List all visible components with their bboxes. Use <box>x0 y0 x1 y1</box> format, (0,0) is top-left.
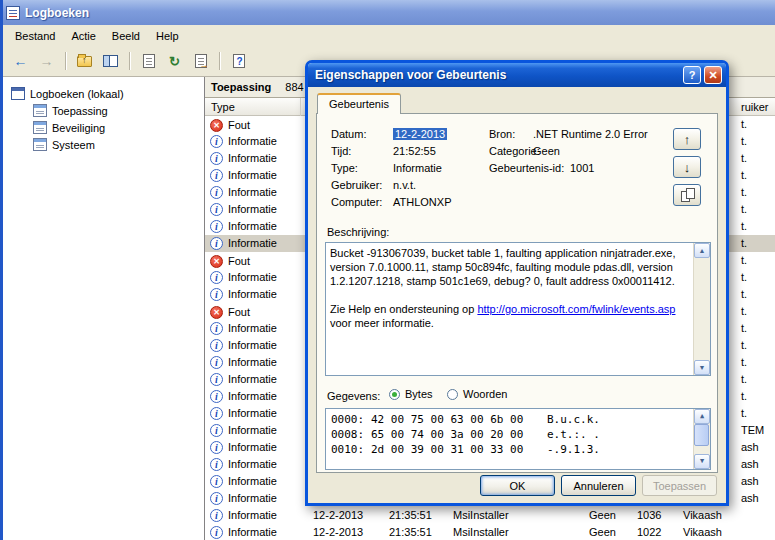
result-pane-log-name: Toepassing <box>211 81 271 93</box>
event-type: Informatie <box>228 524 277 540</box>
radio-bytes[interactable]: Bytes <box>389 388 433 400</box>
refresh-icon: ↻ <box>169 54 180 69</box>
column-header-type[interactable]: Type <box>205 98 301 116</box>
ok-button[interactable]: OK <box>480 475 555 496</box>
dialog-help-button[interactable]: ? <box>683 66 701 84</box>
tree-item-root[interactable]: Logboeken (lokaal) <box>3 85 204 102</box>
show-hide-tree-icon <box>103 55 118 67</box>
event-gebruiker-partial: ash <box>741 473 759 490</box>
scroll-down-glyph: ▼ <box>699 364 706 371</box>
menu-bestand[interactable]: Bestand <box>7 28 63 44</box>
error-icon: ✕ <box>210 255 223 268</box>
events-link[interactable]: http://go.microsoft.com/fwlink/events.as… <box>477 303 675 315</box>
event-gebruiker-partial: t. <box>741 184 747 201</box>
help-sentence-suffix: voor meer informatie. <box>330 317 434 329</box>
event-type: Informatie <box>228 320 277 337</box>
dialog-titlebar[interactable]: Eigenschappen voor Gebeurtenis ? ✕ <box>308 63 726 87</box>
tree-item-beveiliging[interactable]: Beveiliging <box>3 119 204 136</box>
information-icon: i <box>210 441 223 454</box>
up-level-button[interactable] <box>73 50 96 72</box>
tree-item-toepassing[interactable]: Toepassing <box>3 102 204 119</box>
hex-bytes: 42 00 75 00 63 00 6b 00 <box>371 412 533 427</box>
export-list-button[interactable] <box>189 50 212 72</box>
toepassen-button[interactable]: Toepassen <box>642 475 717 496</box>
type-cell: iInformatie <box>205 269 277 286</box>
properties-icon <box>143 54 155 68</box>
radio-bytes-label: Bytes <box>405 388 433 400</box>
event-gebruiker-partial: t. <box>741 337 747 354</box>
tree-item-systeem[interactable]: Systeem <box>3 136 204 153</box>
event-type: Informatie <box>228 490 277 507</box>
help-icon <box>233 54 245 68</box>
radio-woorden[interactable]: Woorden <box>447 388 507 400</box>
help-icon: ? <box>689 69 696 81</box>
event-row[interactable]: iInformatie12-2-201321:35:51MsiInstaller… <box>205 507 775 524</box>
event-type: Fout <box>228 117 250 134</box>
event-type: Informatie <box>228 337 277 354</box>
window-titlebar[interactable]: Logboeken <box>0 0 775 25</box>
console-tree: Logboeken (lokaal)ToepassingBeveiligingS… <box>3 77 205 540</box>
event-gebruiker-partial: t. <box>741 388 747 405</box>
forward-button[interactable]: → <box>35 50 58 72</box>
information-icon: i <box>210 339 223 352</box>
scroll-down-icon[interactable]: ▼ <box>694 454 710 469</box>
dialog-title: Eigenschappen voor Gebeurtenis <box>315 68 680 82</box>
type-cell: ✕Fout <box>205 117 250 134</box>
event-gebruiker-partial: t. <box>741 371 747 388</box>
help-button[interactable] <box>227 50 250 72</box>
scroll-track[interactable] <box>694 258 710 360</box>
type-cell: iInformatie <box>205 320 277 337</box>
scroll-track[interactable] <box>694 424 710 454</box>
hex-scrollbar[interactable]: ▲ ▼ <box>693 409 710 469</box>
tab-page-gebeurtenis: Datum: 12-2-2013 Bron: .NET Runtime 2.0 … <box>316 113 718 473</box>
event-type: Informatie <box>228 184 277 201</box>
annuleren-button[interactable]: Annuleren <box>561 475 636 496</box>
information-icon: i <box>210 135 223 148</box>
next-event-button[interactable]: ↓ <box>673 156 701 178</box>
event-gebruiker-partial: t. <box>741 286 747 303</box>
type-cell: iInformatie <box>205 201 277 218</box>
type-cell: iInformatie <box>205 422 277 439</box>
copy-event-button[interactable] <box>673 184 701 206</box>
scroll-down-icon[interactable]: ▼ <box>694 360 710 375</box>
back-button[interactable]: ← <box>9 50 32 72</box>
previous-event-button[interactable]: ↑ <box>673 128 701 150</box>
event-type: Informatie <box>228 201 277 218</box>
refresh-button[interactable]: ↻ <box>163 50 186 72</box>
menu-actie[interactable]: Actie <box>63 28 103 44</box>
scroll-up-icon[interactable]: ▲ <box>694 243 710 258</box>
properties-button[interactable] <box>137 50 160 72</box>
dialog-close-button[interactable]: ✕ <box>704 66 722 84</box>
down-arrow-icon: ↓ <box>684 160 691 175</box>
hex-data-box[interactable]: 0000:42 00 75 00 63 00 6b 00B.u.c.k.0008… <box>325 408 711 470</box>
event-type: Fout <box>228 304 250 321</box>
hex-offset: 0010: <box>331 442 371 457</box>
event-bron: MsiInstaller <box>453 524 509 540</box>
menu-beeld[interactable]: Beeld <box>104 28 148 44</box>
tijd-label: Tijd: <box>331 145 351 157</box>
scroll-up-icon[interactable]: ▲ <box>694 409 710 424</box>
description-box[interactable]: Bucket -913067039, bucket table 1, fault… <box>325 242 711 376</box>
hex-ascii: B.u.c.k. <box>547 412 600 427</box>
event-type: Informatie <box>228 286 277 303</box>
type-cell: iInformatie <box>205 218 277 235</box>
close-icon: ✕ <box>708 69 717 82</box>
error-icon: ✕ <box>210 119 223 132</box>
show-hide-tree-button[interactable] <box>99 50 122 72</box>
event-gebruiker-partial: t. <box>741 150 747 167</box>
description-scrollbar[interactable]: ▲ ▼ <box>693 243 710 375</box>
menu-help[interactable]: Help <box>148 28 187 44</box>
event-row[interactable]: iInformatie12-2-201321:35:51MsiInstaller… <box>205 524 775 540</box>
event-gebruiker-partial: t. <box>741 269 747 286</box>
scroll-thumb[interactable] <box>694 424 709 446</box>
tab-gebeurtenis[interactable]: Gebeurtenis <box>317 93 401 114</box>
column-header-gebruiker-partial[interactable]: ruiker <box>741 98 769 116</box>
tree-item-label: Systeem <box>52 139 95 151</box>
radio-selected-icon <box>389 389 400 400</box>
computer-value: ATHLONXP <box>393 196 451 208</box>
logboeken-window: Logboeken BestandActieBeeldHelp ←→↻ Logb… <box>0 0 775 540</box>
information-icon: i <box>210 475 223 488</box>
event-tijd: 21:35:51 <box>389 524 432 540</box>
window-title: Logboeken <box>25 6 89 20</box>
event-type: Informatie <box>228 388 277 405</box>
